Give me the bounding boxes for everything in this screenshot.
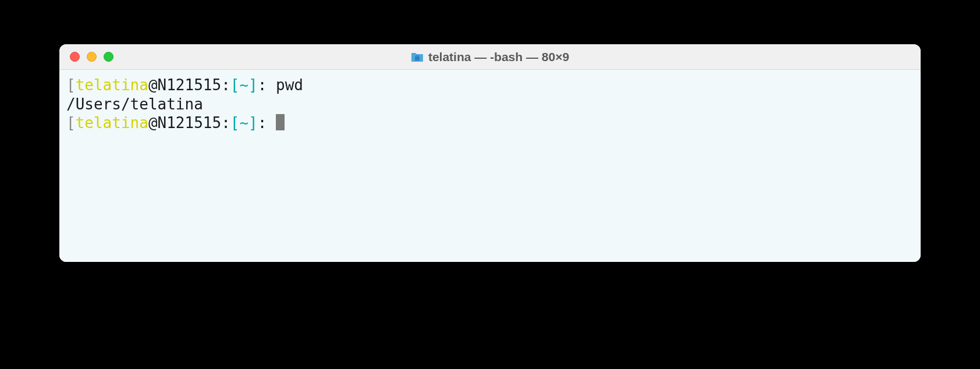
terminal-line-prompt: [telatina@N121515:[~]: pwd [66,76,914,95]
close-button[interactable] [70,52,80,62]
terminal-line-output: /Users/telatina [66,95,914,114]
folder-icon [411,52,424,62]
prompt-end-colon: : [258,76,276,94]
prompt-path: ~ [239,76,248,94]
output-text: /Users/telatina [66,95,203,113]
title-bar: telatina — -bash — 80×9 [59,44,921,70]
prompt-hostname: N121515 [158,76,222,94]
prompt-open-bracket: [ [66,76,76,94]
window-controls [70,52,113,62]
prompt-username: telatina [76,76,148,94]
prompt-path-open: [ [230,76,240,94]
zoom-button[interactable] [104,52,113,62]
prompt-colon: : [221,76,230,94]
prompt-path-close: ] [248,76,258,94]
window-title: telatina — -bash — 80×9 [428,50,569,64]
prompt-open-bracket: [ [66,114,76,132]
command-text: pwd [276,76,303,94]
prompt-at: @ [148,114,158,132]
prompt-path: ~ [239,114,248,132]
prompt-end-colon: : [258,114,276,132]
window-title-group: telatina — -bash — 80×9 [411,50,569,64]
terminal-body[interactable]: [telatina@N121515:[~]: pwd/Users/telatin… [59,70,921,262]
prompt-hostname: N121515 [158,114,222,132]
prompt-colon: : [221,114,230,132]
prompt-username: telatina [76,114,148,132]
cursor [276,114,285,130]
terminal-line-prompt: [telatina@N121515:[~]: [66,113,914,133]
prompt-path-close: ] [248,114,258,132]
prompt-at: @ [148,76,158,94]
terminal-window: telatina — -bash — 80×9 [telatina@N12151… [59,44,921,262]
minimize-button[interactable] [87,52,97,62]
prompt-path-open: [ [230,114,240,132]
